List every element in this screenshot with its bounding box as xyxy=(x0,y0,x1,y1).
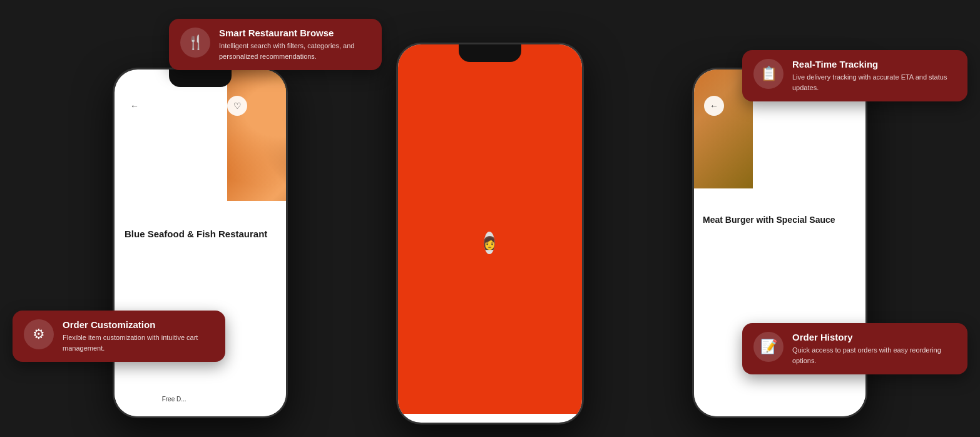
tooltip-order-custom-desc: Flexible item customization with intuiti… xyxy=(63,332,214,353)
tooltip-smart-browse-icon: 🍴 xyxy=(180,28,210,58)
burger-name-right: Meat Burger with Special Sauce xyxy=(703,215,865,416)
tooltip-real-time-desc: Live delivery tracking with accurate ETA… xyxy=(792,72,956,93)
burger-info-right: Meat Burger with Special Sauce 15–20 min… xyxy=(694,207,865,416)
header-title-center: Home xyxy=(398,52,445,423)
phone-center-screen: ≡ Home 👩 Delivery to Alabama, USA ▾ 🔍 Se… xyxy=(398,44,582,423)
tooltip-real-time-icon: 📋 xyxy=(753,59,783,89)
tooltip-real-time: 📋 Real-Time Tracking Live delivery track… xyxy=(742,50,967,101)
phone-center: ≡ Home 👩 Delivery to Alabama, USA ▾ 🔍 Se… xyxy=(396,43,584,424)
tooltip-order-customization: ⚙ Order Customization Flexible item cust… xyxy=(13,311,225,362)
phone-left-notch xyxy=(169,69,232,87)
phone-left: ← ♡ Blue Seafood & Fish Restaurant 📍 532… xyxy=(113,68,288,418)
back-button-right[interactable]: ← xyxy=(704,96,724,116)
tooltip-smart-browse: 🍴 Smart Restaurant Browse Intelligent se… xyxy=(169,19,382,70)
tooltip-real-time-text: Real-Time Tracking Live delivery trackin… xyxy=(792,59,956,93)
user-avatar-center[interactable]: 👩 xyxy=(484,232,495,254)
tooltip-order-history-icon: 📝 xyxy=(753,332,783,362)
tooltip-smart-browse-desc: Intelligent search with filters, categor… xyxy=(219,41,370,61)
tooltip-order-history-title: Order History xyxy=(792,332,956,342)
tooltip-order-custom-icon: ⚙ xyxy=(24,319,54,349)
tooltip-order-history-text: Order History Quick access to past order… xyxy=(792,332,956,366)
tooltip-order-history-desc: Quick access to past orders with easy re… xyxy=(792,345,956,366)
phone-left-screen: ← ♡ Blue Seafood & Fish Restaurant 📍 532… xyxy=(115,69,286,416)
tooltip-order-custom-title: Order Customization xyxy=(63,319,214,330)
phone-center-notch xyxy=(459,44,521,62)
tooltip-order-history: 📝 Order History Quick access to past ord… xyxy=(742,323,967,374)
tooltip-smart-browse-text: Smart Restaurant Browse Intelligent sear… xyxy=(219,28,370,61)
favorite-button-left[interactable]: ♡ xyxy=(227,96,247,116)
tooltip-real-time-title: Real-Time Tracking xyxy=(792,59,956,69)
tooltip-smart-browse-title: Smart Restaurant Browse xyxy=(219,28,370,38)
free-delivery-text: Free D... xyxy=(162,396,286,417)
free-delivery-info: Free D... End: 3... xyxy=(162,396,286,417)
header-row-center: ≡ Home 👩 xyxy=(398,52,500,423)
app-header-center: ≡ Home 👩 Delivery to Alabama, USA ▾ 🔍 Se… xyxy=(398,44,582,414)
tooltip-order-custom-text: Order Customization Flexible item custom… xyxy=(63,319,214,353)
food-image-left xyxy=(227,69,286,201)
back-button-left[interactable]: ← xyxy=(125,96,145,116)
